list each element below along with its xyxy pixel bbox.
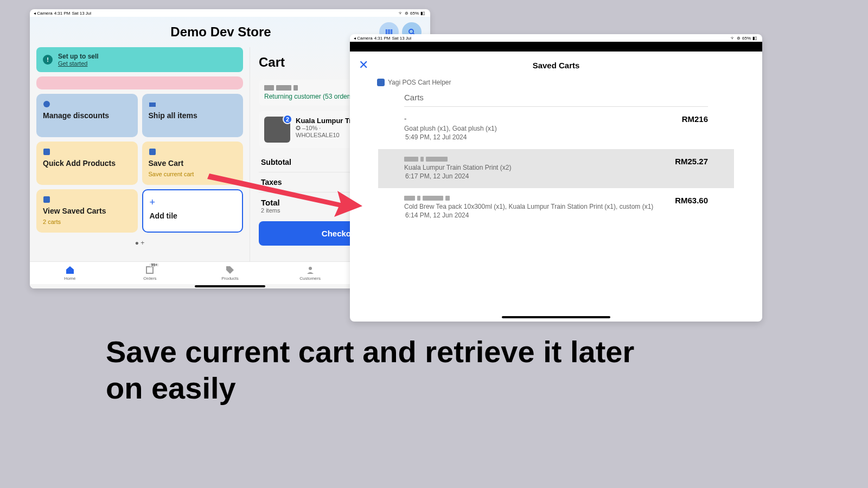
svg-point-7 [43, 101, 50, 107]
svg-point-5 [409, 29, 413, 34]
marketing-caption: Save current cart and retrieve it later … [106, 333, 648, 406]
page-dots[interactable]: ● + [36, 237, 243, 249]
app-icon [377, 79, 385, 86]
app-icon [149, 148, 156, 156]
tag-icon [225, 265, 235, 275]
modal-title: Saved Carts [533, 61, 580, 70]
svg-rect-10 [149, 149, 156, 155]
tile-save-cart[interactable]: Save CartSave current cart [142, 142, 244, 185]
section-heading: Carts [404, 93, 708, 107]
svg-rect-9 [43, 149, 50, 155]
saved-cart-row[interactable]: Cold Brew Tea pack 10x300ml (x1), Kuala … [404, 188, 708, 227]
app-icon [43, 148, 50, 156]
app-icon [43, 196, 50, 203]
tab-customers[interactable]: Customers [270, 262, 350, 284]
status-bar: ◂ Camera4:31 PMSat 13 Jul ᯤ⊚65%▮▯ [350, 34, 762, 42]
svg-point-16 [309, 267, 312, 270]
tile-quick-add[interactable]: Quick Add Products [36, 142, 138, 185]
tile-view-saved-carts[interactable]: View Saved Carts2 carts [36, 189, 138, 233]
saved-cart-row[interactable]: Kuala Lumpur Train Station Print (x2)6:1… [378, 149, 734, 188]
store-name: Demo Dev Store [66, 24, 376, 40]
qty-badge: 2 [283, 114, 292, 124]
tab-products[interactable]: Products [190, 262, 270, 284]
cart-heading: Cart [259, 55, 285, 70]
tile-manage-discounts[interactable]: Manage discounts [36, 94, 138, 137]
tab-home[interactable]: Home [30, 262, 110, 284]
saved-carts-modal-screen: ◂ Camera4:31 PMSat 13 Jul ᯤ⊚65%▮▯ ✕ Save… [350, 34, 762, 322]
svg-rect-8 [149, 102, 156, 107]
svg-rect-11 [43, 196, 50, 203]
tab-orders[interactable]: 99+Orders [110, 262, 190, 284]
tile-truncated[interactable] [36, 76, 243, 89]
item-thumbnail: 2 [264, 117, 290, 143]
tile-grid-panel: ! Set up to sellGet started Manage disco… [30, 47, 250, 261]
tile-ship-items[interactable]: Ship all items [142, 94, 244, 137]
home-icon [65, 265, 75, 275]
home-indicator [502, 316, 610, 318]
helper-row: Yagi POS Cart Helper [350, 79, 762, 86]
home-indicator [195, 285, 265, 287]
user-icon [305, 265, 315, 275]
ship-icon [149, 100, 156, 108]
close-button[interactable]: ✕ [359, 58, 368, 72]
status-bar: ◂ Camera4:31 PMSat 13 Jul ᯤ⊚65%▮▯ [30, 9, 430, 17]
info-icon: ! [43, 55, 53, 65]
discount-icon [43, 100, 50, 108]
plus-icon: + [150, 197, 236, 208]
modal-header: ✕ Saved Carts [350, 52, 762, 79]
tile-add[interactable]: +Add tile [142, 189, 244, 233]
setup-banner[interactable]: ! Set up to sellGet started [36, 47, 243, 72]
svg-rect-15 [146, 267, 153, 273]
saved-cart-row[interactable]: -Goat plush (x1), Goat plush (x1)5:49 PM… [404, 107, 708, 149]
